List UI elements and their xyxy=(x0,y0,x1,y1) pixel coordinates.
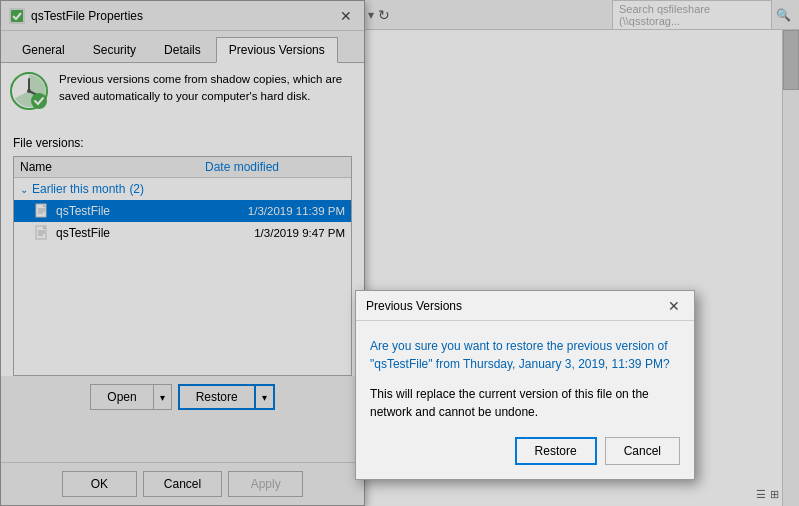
dialog-info: This will replace the current version of… xyxy=(370,385,680,421)
dialog-question: Are you sure you want to restore the pre… xyxy=(370,337,680,373)
dialog-title: Previous Versions xyxy=(366,299,462,313)
dialog-body: Are you sure you want to restore the pre… xyxy=(356,321,694,479)
dialog-restore-button[interactable]: Restore xyxy=(515,437,597,465)
restore-dialog: Previous Versions ✕ Are you sure you wan… xyxy=(355,290,695,480)
dialog-cancel-button[interactable]: Cancel xyxy=(605,437,680,465)
dialog-buttons: Restore Cancel xyxy=(370,437,680,465)
dialog-close-button[interactable]: ✕ xyxy=(664,296,684,316)
dialog-title-bar: Previous Versions ✕ xyxy=(356,291,694,321)
